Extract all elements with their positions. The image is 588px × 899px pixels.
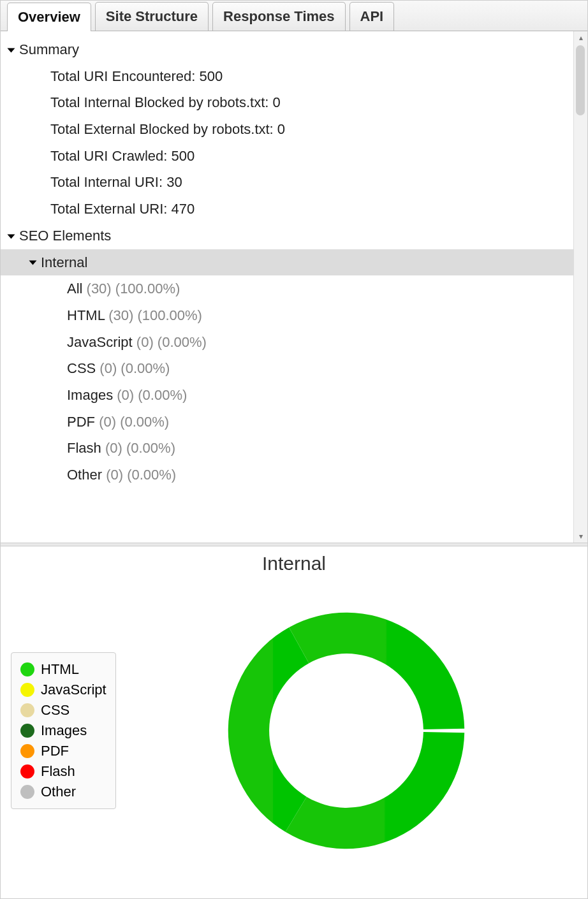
internal-item[interactable]: PDF (0) (0.00%): [1, 409, 573, 435]
vertical-scrollbar[interactable]: ▴ ▾: [573, 31, 587, 543]
legend-label: JavaScript: [41, 682, 107, 698]
legend-swatch-icon: [20, 724, 34, 738]
tree-group-label: Summary: [19, 40, 79, 59]
legend-label: PDF: [41, 743, 69, 759]
internal-item[interactable]: HTML (30) (100.00%): [1, 302, 573, 329]
tree-group-internal[interactable]: Internal: [1, 249, 573, 276]
summary-item[interactable]: Total URI Crawled: 500: [1, 143, 573, 170]
internal-item-name: JavaScript: [67, 333, 136, 352]
summary-item[interactable]: Total External Blocked by robots.txt: 0: [1, 116, 573, 143]
disclosure-triangle-icon: [7, 48, 15, 52]
internal-item-count: (30): [108, 306, 137, 325]
internal-item-name: All: [67, 279, 87, 298]
tab-overview[interactable]: Overview: [7, 3, 91, 31]
legend-item[interactable]: CSS: [20, 700, 107, 720]
tab-response-times[interactable]: Response Times: [212, 2, 345, 31]
internal-item-count: (0): [117, 386, 138, 405]
donut-slice[interactable]: [286, 732, 465, 849]
chart-legend: HTMLJavaScriptCSSImagesPDFFlashOther: [11, 652, 116, 809]
internal-item-count: (0): [99, 413, 120, 432]
overview-tree[interactable]: Summary Total URI Encountered: 500 Total…: [1, 31, 573, 543]
tab-site-structure[interactable]: Site Structure: [95, 2, 209, 31]
internal-item-pct: (0.00%): [126, 439, 175, 458]
internal-item-count: (0): [136, 333, 158, 352]
scroll-down-icon[interactable]: ▾: [575, 530, 587, 543]
internal-item[interactable]: All (30) (100.00%): [1, 275, 573, 302]
internal-item-pct: (0.00%): [120, 413, 169, 432]
legend-item[interactable]: Flash: [20, 761, 107, 782]
donut-chart-wrap: [116, 606, 577, 855]
internal-item[interactable]: Other (0) (0.00%): [1, 462, 573, 488]
app-window: Overview Site Structure Response Times A…: [0, 0, 588, 899]
legend-label: Flash: [41, 763, 75, 780]
scroll-track[interactable]: [574, 44, 587, 530]
legend-swatch-icon: [20, 764, 34, 778]
legend-item[interactable]: JavaScript: [20, 680, 107, 700]
internal-item-pct: (0.00%): [138, 386, 187, 405]
overview-tree-panel: Summary Total URI Encountered: 500 Total…: [1, 31, 587, 543]
scroll-thumb[interactable]: [576, 45, 585, 115]
donut-slice[interactable]: [228, 627, 309, 832]
summary-item[interactable]: Total Internal Blocked by robots.txt: 0: [1, 89, 573, 116]
legend-swatch-icon: [20, 744, 34, 758]
chart-title: Internal: [11, 553, 577, 574]
chart-panel: Internal HTMLJavaScriptCSSImagesPDFFlash…: [1, 546, 587, 898]
internal-item-name: PDF: [67, 413, 99, 432]
internal-item-name: HTML: [67, 306, 108, 325]
legend-swatch-icon: [20, 785, 34, 799]
legend-swatch-icon: [20, 662, 34, 676]
tab-bar: Overview Site Structure Response Times A…: [1, 1, 587, 31]
internal-item-count: (0): [106, 465, 127, 485]
tree-group-seo-elements[interactable]: SEO Elements: [1, 223, 573, 249]
legend-label: Other: [41, 784, 76, 800]
summary-item[interactable]: Total URI Encountered: 500: [1, 63, 573, 90]
legend-swatch-icon: [20, 683, 34, 697]
internal-item-pct: (100.00%): [137, 306, 202, 325]
legend-swatch-icon: [20, 703, 34, 717]
disclosure-triangle-icon: [7, 234, 15, 238]
tree-group-label: Internal: [41, 253, 87, 272]
summary-item[interactable]: Total External URI: 470: [1, 196, 573, 223]
tab-api[interactable]: API: [349, 2, 395, 31]
donut-chart: [222, 606, 471, 855]
disclosure-triangle-icon: [29, 261, 36, 265]
internal-item-count: (0): [105, 439, 126, 458]
internal-item-name: Flash: [67, 439, 105, 458]
tree-group-label: SEO Elements: [19, 226, 111, 245]
legend-label: HTML: [41, 661, 79, 678]
scroll-up-icon[interactable]: ▴: [575, 31, 587, 44]
legend-item[interactable]: Other: [20, 782, 107, 802]
tree-group-summary[interactable]: Summary: [1, 36, 573, 63]
internal-item-name: Other: [67, 465, 106, 485]
donut-slice[interactable]: [290, 613, 465, 729]
internal-item-pct: (100.00%): [115, 279, 180, 298]
internal-item-pct: (0.00%): [127, 465, 176, 485]
legend-label: Images: [41, 722, 87, 739]
internal-item[interactable]: CSS (0) (0.00%): [1, 355, 573, 382]
legend-item[interactable]: PDF: [20, 741, 107, 761]
internal-item[interactable]: JavaScript (0) (0.00%): [1, 329, 573, 356]
internal-item-name: Images: [67, 386, 117, 405]
legend-label: CSS: [41, 702, 70, 719]
internal-item[interactable]: Flash (0) (0.00%): [1, 435, 573, 462]
internal-item-count: (30): [87, 279, 115, 298]
internal-item-pct: (0.00%): [121, 359, 170, 378]
internal-item[interactable]: Images (0) (0.00%): [1, 382, 573, 409]
legend-item[interactable]: Images: [20, 720, 107, 741]
internal-item-pct: (0.00%): [158, 333, 207, 352]
legend-item[interactable]: HTML: [20, 659, 107, 680]
internal-item-count: (0): [99, 359, 121, 378]
internal-item-name: CSS: [67, 359, 99, 378]
summary-item[interactable]: Total Internal URI: 30: [1, 169, 573, 196]
